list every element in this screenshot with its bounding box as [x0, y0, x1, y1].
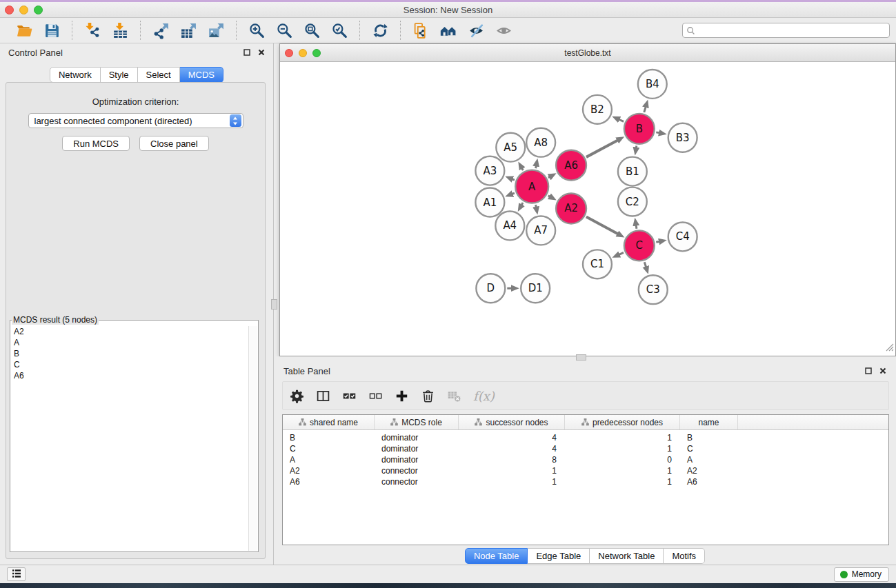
graph-node-A8[interactable]: A8 — [526, 128, 555, 157]
close-table-panel-button[interactable] — [879, 366, 886, 376]
graph-node-C2[interactable]: C2 — [618, 187, 647, 216]
memory-button[interactable]: Memory — [834, 567, 889, 582]
network-canvas-svg[interactable]: AA1A2A3A4A5A6A7A8BB1B2B3B4CC1C2C3C4DD1 — [280, 62, 895, 356]
graph-node-C4[interactable]: C4 — [668, 222, 697, 251]
task-history-button[interactable] — [7, 567, 26, 581]
graph-edge-B-B4[interactable] — [644, 106, 646, 112]
graph-node-B2[interactable]: B2 — [583, 95, 612, 124]
graph-node-A[interactable]: A — [515, 170, 548, 203]
graph-edge-A-A6[interactable] — [548, 176, 550, 177]
graph-node-B3[interactable]: B3 — [668, 123, 697, 152]
graph-edge-B-B2[interactable] — [619, 119, 624, 121]
tab-select[interactable]: Select — [138, 67, 180, 83]
graph-node-B1[interactable]: B1 — [618, 157, 647, 186]
close-panel-button[interactable] — [258, 48, 265, 58]
tab-network[interactable]: Network — [50, 67, 101, 83]
graph-node-B4[interactable]: B4 — [638, 70, 667, 99]
mcds-result-item[interactable]: C — [11, 359, 248, 370]
mcds-result-item[interactable]: A6 — [11, 370, 248, 381]
graph-node-A4[interactable]: A4 — [495, 211, 524, 240]
graph-edge-A-A1[interactable] — [512, 193, 515, 194]
graph-edge-A-A2[interactable] — [548, 196, 550, 197]
run-mcds-button[interactable]: Run MCDS — [62, 136, 130, 151]
mcds-result-item[interactable]: B — [11, 348, 248, 359]
graph-node-A6[interactable]: A6 — [556, 150, 586, 181]
column-header-name[interactable]: name — [680, 415, 738, 429]
export-table-button[interactable] — [177, 21, 199, 40]
tab-mcds[interactable]: MCDS — [180, 67, 223, 83]
zoom-out-button[interactable] — [273, 21, 295, 40]
network-canvas[interactable]: AA1A2A3A4A5A6A7A8BB1B2B3B4CC1C2C3C4DD1 — [280, 62, 895, 356]
graph-node-C1[interactable]: C1 — [583, 250, 612, 278]
float-table-panel-button[interactable] — [865, 366, 872, 376]
graph-node-A3[interactable]: A3 — [475, 156, 504, 185]
search-box[interactable] — [682, 23, 890, 38]
mcds-result-item[interactable]: A2 — [11, 326, 248, 337]
graph-node-D[interactable]: D — [476, 274, 505, 303]
graph-node-A5[interactable]: A5 — [496, 133, 525, 162]
mcds-result-item[interactable]: A — [11, 337, 248, 348]
tab-style[interactable]: Style — [101, 67, 138, 83]
criterion-select[interactable]: largest connected component (directed) — [28, 113, 243, 128]
add-column-button[interactable] — [395, 389, 409, 403]
save-session-button[interactable] — [41, 21, 63, 40]
zoom-fit-button[interactable] — [301, 21, 323, 40]
export-network-button[interactable] — [150, 21, 172, 40]
open-session-button[interactable] — [13, 21, 35, 40]
graph-edge-A6-B[interactable] — [586, 140, 618, 157]
column-header-successor-nodes[interactable]: successor nodes — [459, 415, 565, 429]
mcds-list-scrollbar[interactable] — [248, 326, 257, 551]
network-window-titlebar[interactable]: testGlobe.txt — [280, 44, 895, 62]
import-network-button[interactable] — [81, 21, 103, 40]
graph-edge-C-C3[interactable] — [644, 262, 646, 267]
deselect-all-button[interactable] — [368, 389, 383, 403]
float-panel-button[interactable] — [243, 48, 250, 58]
zoom-in-button[interactable] — [246, 21, 268, 40]
graph-edge-C-C4[interactable] — [656, 241, 659, 242]
graph-edge-A-A3[interactable] — [512, 179, 515, 180]
graph-node-D1[interactable]: D1 — [521, 274, 550, 303]
first-neighbors-button[interactable] — [437, 21, 459, 40]
graph-edge-A-A4[interactable] — [521, 203, 523, 205]
delete-column-button[interactable] — [421, 389, 435, 403]
graph-edge-C-C2[interactable] — [636, 225, 637, 229]
vertical-splitter-grip[interactable] — [271, 299, 277, 310]
graph-edge-B-B1[interactable] — [636, 145, 637, 148]
graph-node-A7[interactable]: A7 — [526, 216, 555, 245]
graph-edge-A2-C[interactable] — [586, 216, 618, 234]
tab-motifs[interactable]: Motifs — [664, 548, 705, 564]
column-header-mcds-role[interactable]: MCDS role — [375, 415, 459, 429]
show-eye-button[interactable] — [492, 21, 515, 40]
tab-node-table[interactable]: Node Table — [465, 548, 528, 564]
graph-node-A2[interactable]: A2 — [556, 194, 586, 224]
settings-gear-button[interactable] — [290, 389, 304, 403]
graph-edge-A-A8[interactable] — [536, 165, 537, 168]
table-row[interactable]: Cdominator41C — [283, 443, 888, 454]
column-header-shared-name[interactable]: shared name — [283, 415, 375, 429]
column-header-predecessor-nodes[interactable]: predecessor nodes — [565, 415, 680, 429]
graph-node-A1[interactable]: A1 — [475, 188, 504, 217]
table-row[interactable]: Bdominator41B — [283, 432, 888, 443]
clipboard-network-button[interactable] — [410, 21, 432, 40]
graph-edge-A-A5[interactable] — [521, 168, 523, 170]
graph-node-B[interactable]: B — [624, 114, 655, 144]
toggle-columns-button[interactable] — [316, 389, 330, 403]
import-table-button[interactable] — [109, 21, 131, 40]
tab-network-table[interactable]: Network Table — [590, 548, 664, 564]
select-all-button[interactable] — [342, 389, 357, 403]
refresh-network-button[interactable] — [369, 21, 391, 40]
close-panel-button-mcds[interactable]: Close panel — [139, 136, 209, 151]
graph-node-C3[interactable]: C3 — [639, 275, 668, 304]
graph-edge-C-C1[interactable] — [619, 252, 624, 254]
search-input[interactable] — [697, 25, 889, 36]
hide-eye-button[interactable] — [465, 21, 487, 40]
mcds-result-list[interactable]: A2ABCA6 — [11, 326, 248, 551]
table-row[interactable]: Adominator80A — [283, 454, 888, 465]
graph-edge-B-B3[interactable] — [656, 132, 659, 133]
tab-edge-table[interactable]: Edge Table — [528, 548, 590, 564]
export-image-button[interactable] — [205, 21, 227, 40]
resize-grip-icon[interactable] — [886, 342, 894, 354]
table-row[interactable]: A6connector11A6 — [283, 476, 888, 487]
graph-edge-A-A7[interactable] — [536, 205, 537, 207]
horizontal-splitter-grip[interactable] — [576, 354, 586, 361]
